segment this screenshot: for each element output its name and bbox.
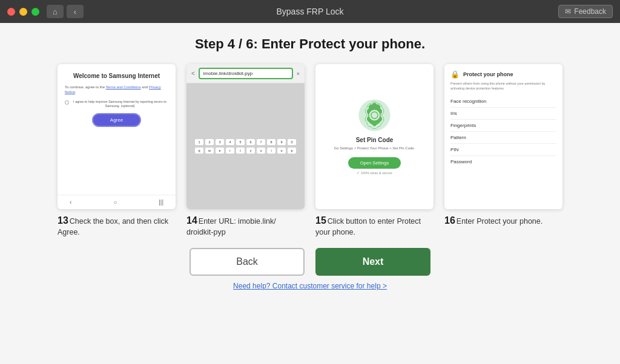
window-title: Bypass FRP Lock [276,7,343,16]
step-title: Step 4 / 6: Enter Protect your phone. [195,36,425,52]
protect-header: 🔒 Protect your phone [450,70,556,79]
next-button[interactable]: Next [315,248,430,276]
browser-close-icon: × [297,71,300,77]
browser-card: < imobie.link/droidkit-pyp × 1 2 3 4 5 6… [186,64,305,209]
browser-bar: < imobie.link/droidkit-pyp × [186,64,305,83]
samsung-terms: To continue, agree to the Terms and Cond… [65,85,168,95]
step-text-14: Enter URL: imobie.link/ droidkit-pyp [186,217,276,236]
feedback-label: Feedback [574,7,606,16]
back-button[interactable]: ‹ [67,5,84,18]
pin-title: Set Pin Code [356,137,394,143]
svg-point-1 [369,109,380,121]
step-label-13: 13Check the box, and then click Agree. [58,214,176,238]
samsung-title: Welcome to Samsung Internet [65,73,168,79]
step-card-16: 🔒 Protect your phone Prevent others from… [444,64,562,238]
title-bar: ⌂ ‹ Bypass FRP Lock ✉ Feedback [0,0,620,23]
step-label-15: 15Click button to enter Protect your pho… [315,214,434,238]
step-image-14: < imobie.link/droidkit-pyp × 1 2 3 4 5 6… [186,64,305,209]
samsung-checkbox-text: I agree to help improve Samsung Internet… [71,100,168,108]
feedback-button[interactable]: ✉ Feedback [558,5,613,18]
step-num-15: 15 [315,215,326,226]
step-num-14: 14 [186,215,197,226]
step-image-16: 🔒 Protect your phone Prevent others from… [444,64,562,209]
step-card-13: Welcome to Samsung Internet To continue,… [58,64,176,238]
open-settings-button[interactable]: Open Settings [348,157,401,169]
buttons-row: Back Next [190,248,430,276]
gear-icon [358,99,391,132]
home-button[interactable]: ⌂ [47,5,64,18]
steps-row: Welcome to Samsung Internet To continue,… [18,64,602,238]
pin-desc: Go Settings > Protect Your Phone > Set P… [334,146,415,151]
nav-back-icon: ‹ [70,199,71,206]
protect-desc: Prevent others from using this phone wit… [450,82,556,91]
pincode-card: Set Pin Code Go Settings > Protect Your … [315,64,434,209]
nav-home-icon: ○ [113,199,117,206]
browser-url-box[interactable]: imobie.link/droidkit-pyp [199,68,293,79]
back-button[interactable]: Back [190,248,305,276]
secure-text: ✓ 100% clean & secure [357,171,392,175]
nav-apps-icon: ||| [159,199,163,206]
step-text-15: Click button to enter Protect your phone… [315,217,421,236]
step-image-13: Welcome to Samsung Internet To continue,… [58,64,176,209]
step-label-16: 16Enter Protect your phone. [444,214,542,227]
samsung-welcome: Welcome to Samsung Internet To continue,… [58,64,176,195]
protect-option-face: Face recognition [450,96,556,108]
protect-option-pattern: Pattern [450,132,556,144]
step-num-13: 13 [58,215,68,226]
help-link[interactable]: Need help? Contact customer service for … [233,282,387,290]
step-card-15: Set Pin Code Go Settings > Protect Your … [315,64,434,238]
samsung-checkbox [65,100,69,105]
protect-option-pin: PIN [450,144,556,156]
mail-icon: ✉ [565,7,571,16]
browser-back-icon: < [191,70,195,77]
samsung-nav: ‹ ○ ||| [58,195,176,209]
protect-option-fingerprints: Fingerprints [450,120,556,132]
step-label-14: 14Enter URL: imobie.link/ droidkit-pyp [186,214,305,238]
browser-keyboard: 1 2 3 4 5 6 7 8 9 0 q [186,83,305,209]
traffic-lights [7,8,39,16]
kb-row-1: 1 2 3 4 5 6 7 8 9 0 [190,139,301,145]
protect-option-password: Password [450,156,556,167]
step-num-16: 16 [444,215,455,226]
maximize-button[interactable] [31,8,39,16]
minimize-button[interactable] [19,8,27,16]
step-text-16: Enter Protect your phone. [457,217,542,226]
step-card-14: < imobie.link/droidkit-pyp × 1 2 3 4 5 6… [186,64,305,238]
main-content: Step 4 / 6: Enter Protect your phone. We… [0,23,620,364]
kb-row-2: q w e r t y u i o p [190,148,301,154]
protect-card: 🔒 Protect your phone Prevent others from… [444,64,562,209]
nav-buttons: ⌂ ‹ [47,5,84,18]
step-text-13: Check the box, and then click Agree. [58,217,168,236]
samsung-checkbox-row: I agree to help improve Samsung Internet… [65,100,168,108]
lock-icon: 🔒 [450,70,460,79]
protect-option-iris: Iris [450,108,556,120]
protect-title: Protect your phone [463,71,513,77]
agree-button[interactable]: Agree [92,113,141,127]
step-image-15: Set Pin Code Go Settings > Protect Your … [315,64,434,209]
close-button[interactable] [7,8,15,16]
